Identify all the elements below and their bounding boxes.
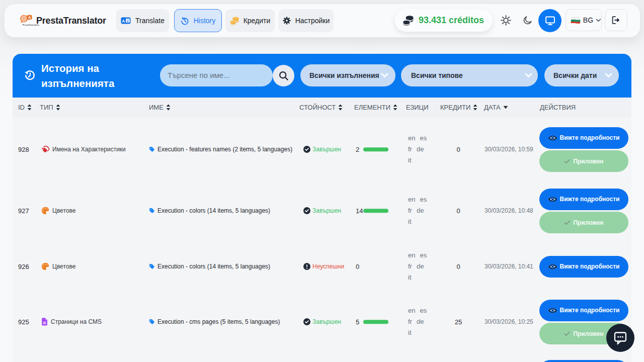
svg-text:A: A [28, 16, 31, 19]
svg-text:Z: Z [127, 19, 129, 23]
svg-text:A: A [122, 19, 125, 24]
